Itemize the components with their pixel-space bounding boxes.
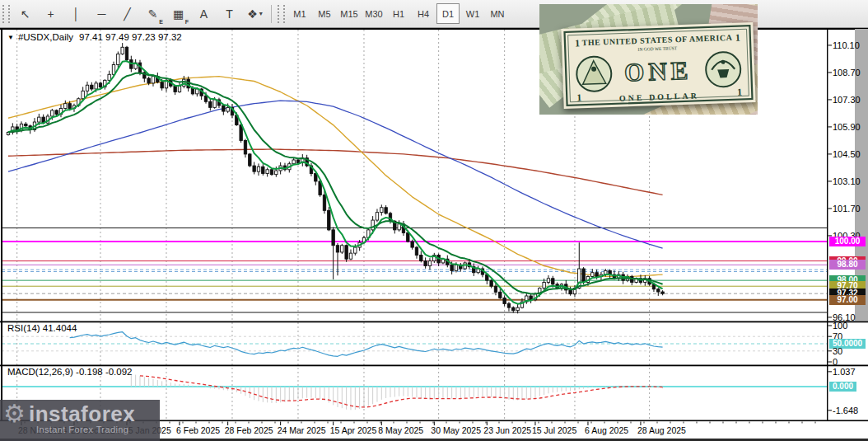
date-axis-label: 15 Jul 2025 <box>532 425 576 435</box>
timeframe-H4-button[interactable]: H4 <box>412 3 435 24</box>
equidistant-channel-tool-button[interactable]: ✎E <box>141 2 165 25</box>
date-axis-label: 8 May 2025 <box>378 425 423 435</box>
price-axis-tick: 101.70 <box>833 204 867 213</box>
text-tool-button[interactable]: A <box>192 2 216 25</box>
timeframe-M30-button[interactable]: M30 <box>362 3 385 24</box>
watermark-brand: instaforex <box>29 403 135 425</box>
timeframes-group: M1M5M15M30H1H4D1W1MN <box>287 3 510 24</box>
price-axis-tick: 104.50 <box>833 149 867 159</box>
timeframe-H1-button[interactable]: H1 <box>387 3 410 24</box>
ohlc-quotes: 97.41 97.49 97.23 97.32 <box>79 32 182 42</box>
rsi-axis-tick: 30 <box>833 346 867 356</box>
price-axis-tick: 105.90 <box>833 122 867 132</box>
mt4-window: ↖+│─╱✎E▦FAT❖▾ M1M5M15M30H1H4D1W1MN ▼#USD… <box>0 0 868 441</box>
arrows-tool-button[interactable]: ❖▾ <box>243 2 267 25</box>
bill-motto-text: IN GOD WE TRUST <box>637 45 677 52</box>
date-axis-label: 6 Feb 2025 <box>176 425 220 435</box>
price-level-label: 98.80 <box>829 260 866 270</box>
date-axis-label: 6 Aug 2025 <box>585 425 628 435</box>
trendline-tool-button[interactable]: ╱ <box>115 2 139 25</box>
timeframe-W1-button[interactable]: W1 <box>461 3 484 24</box>
price-level-label: 100.00 <box>829 237 866 246</box>
toolbar-grip[interactable] <box>278 5 285 23</box>
macd-level-label: 0.000 <box>829 382 856 392</box>
date-axis-label: 28 Feb 2025 <box>225 425 273 435</box>
date-axis-label: 23 Jun 2025 <box>483 425 531 435</box>
date-axis-label: 15 Apr 2025 <box>330 425 377 435</box>
bill-corner-digit: 1 <box>737 86 742 97</box>
rsi-axis-tick: 0 <box>833 357 867 367</box>
price-axis-tick: 110.10 <box>833 40 867 50</box>
bill-corner-digit: 1 <box>575 37 580 49</box>
macd-axis-tick: -1.648 <box>833 406 867 415</box>
bill-top-text: THE UNITED STATES OF AMERICA <box>581 33 732 47</box>
rsi-indicator-label: RSI(14) 41.4044 <box>7 323 77 333</box>
timeframe-MN-button[interactable]: MN <box>486 3 509 24</box>
date-axis-label: 30 May 2025 <box>431 425 481 435</box>
price-axis-tick: 103.10 <box>833 176 867 186</box>
date-axis-label: 28 Aug 2025 <box>637 425 686 435</box>
timeframe-M1-button[interactable]: M1 <box>288 3 311 24</box>
bill-corner-digit: 1 <box>735 32 740 44</box>
macd-indicator-label: MACD(12,26,9) -0.198 -0.092 <box>7 367 133 377</box>
instaforex-watermark: ⚙ instaforex Instant Forex Trading <box>0 400 160 441</box>
chart-title: ▼#USDX,Daily97.41 97.49 97.23 97.32 <box>7 32 182 42</box>
horizontal-line-tool-button[interactable]: ─ <box>90 2 114 25</box>
chevron-down-icon[interactable]: ▼ <box>7 34 14 41</box>
fibonacci-tool-button[interactable]: ▦F <box>166 2 190 25</box>
crosshair-tool-button[interactable]: + <box>39 2 63 25</box>
symbol-name: #USDX,Daily <box>18 32 73 42</box>
one-dollar-bill: THE UNITED STATES OF AMERICA IN GOD WE T… <box>561 22 755 109</box>
bill-corner-digit: 1 <box>576 91 581 103</box>
text-label-tool-button[interactable]: T <box>217 2 241 25</box>
timeframe-D1-button[interactable]: D1 <box>436 3 460 24</box>
dollar-bills-photo: THE UNITED STATES OF AMERICA IN GOD WE T… <box>539 4 758 115</box>
drawing-tools-group: ↖+│─╱✎E▦FAT❖▾ <box>12 2 268 25</box>
bill-one-text: ONE <box>624 56 693 87</box>
vertical-line-tool-button[interactable]: │ <box>64 2 88 25</box>
toolbar-separator <box>271 5 272 23</box>
macd-axis-tick: 1.037 <box>833 367 867 377</box>
cursor-tool-button[interactable]: ↖ <box>13 2 37 25</box>
toolbar-grip[interactable] <box>2 5 10 23</box>
price-level-label: 97.00 <box>829 295 866 305</box>
rsi-axis-tick: 100 <box>833 321 867 331</box>
instaforex-gear-icon: ⚙ <box>3 401 26 426</box>
price-axis-tick: 108.70 <box>833 68 867 77</box>
timeframe-M15-button[interactable]: M15 <box>338 3 361 24</box>
price-axis-tick: 107.30 <box>833 95 867 105</box>
timeframe-M5-button[interactable]: M5 <box>313 3 336 24</box>
date-axis-label: 24 Mar 2025 <box>278 425 326 435</box>
